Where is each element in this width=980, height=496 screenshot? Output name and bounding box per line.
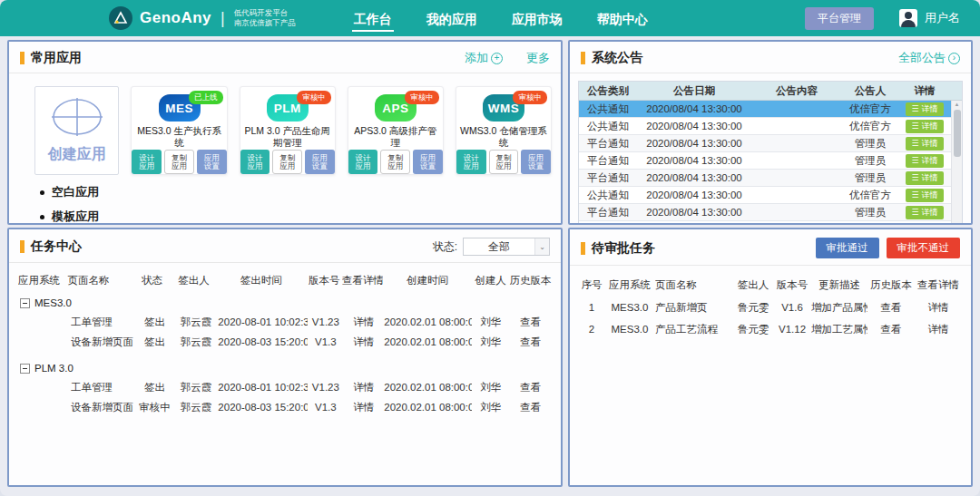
history-link[interactable]: 查看 xyxy=(867,301,915,315)
nav-workbench[interactable]: 工作台 xyxy=(352,4,394,34)
announcements-table-header: 公告类别 公告日期 公告内容 公告人 详情 xyxy=(579,82,962,101)
copy-app-button[interactable]: 复制应用 xyxy=(380,150,410,174)
approvals-table: 序号 应用系统 页面名称 签出人 版本号 更新描述 历史版本 查看详情 1 ME… xyxy=(570,266,971,340)
approval-row[interactable]: 1 MES3.0 产品新增页 鲁元雯 V1.6 增加产品属性 查看 详情 xyxy=(579,297,962,318)
list-icon: ☰ xyxy=(911,174,918,182)
detail-button[interactable]: ☰详情 xyxy=(906,189,943,202)
announcement-row[interactable]: 平台通知 2020/08/04 13:30:00 管理员 ☰详情 xyxy=(579,135,962,152)
status-badge: 审核中 xyxy=(513,91,547,104)
main-nav: 工作台 我的应用 应用市场 帮助中心 xyxy=(352,4,650,34)
page: GenoAny | 低代码开发平台 南京优倍旗下产品 工作台 我的应用 应用市场… xyxy=(0,0,980,496)
approvals-title: 待审批任务 xyxy=(592,240,655,257)
task-row[interactable]: 工单管理 签出 郭云霞 2020-08-01 10:02:30 V1.23 详情… xyxy=(18,312,552,332)
reject-button[interactable]: 审批不通过 xyxy=(887,238,961,258)
app-settings-button[interactable]: 应用设置 xyxy=(197,150,227,174)
brand-divider: | xyxy=(220,9,225,28)
design-app-button[interactable]: 设计应用 xyxy=(456,150,486,174)
detail-link[interactable]: 详情 xyxy=(343,316,384,329)
detail-link[interactable]: 详情 xyxy=(343,401,384,414)
collapse-icon[interactable] xyxy=(20,298,30,308)
status-badge: 审核中 xyxy=(297,91,331,104)
copy-app-button[interactable]: 复制应用 xyxy=(489,150,519,174)
detail-button[interactable]: ☰详情 xyxy=(906,154,943,168)
announcement-row[interactable]: 公共通知 2020/08/04 13:30:00 优倍官方 ☰详情 xyxy=(579,187,962,204)
nav-help-center[interactable]: 帮助中心 xyxy=(595,4,650,34)
detail-link[interactable]: 详情 xyxy=(343,336,384,349)
scroll-up-icon[interactable]: ▲ xyxy=(952,102,962,107)
copy-app-button[interactable]: 复制应用 xyxy=(272,150,302,174)
task-table: 应用系统 页面名称 状态 签出人 签出时间 版本号 查看详情 创建时间 创建人 … xyxy=(9,263,561,417)
detail-button[interactable]: ☰详情 xyxy=(906,206,943,219)
col-content: 公告内容 xyxy=(751,82,842,100)
collapse-icon[interactable] xyxy=(20,364,30,374)
design-app-button[interactable]: 设计应用 xyxy=(240,150,270,174)
announcement-row[interactable]: 平台通知 2020/08/04 13:30:00 管理员 ☰详情 xyxy=(579,221,962,223)
col-detail: 详情 xyxy=(898,82,951,100)
app-card-mes[interactable]: 已上线 MES MES3.0 生产执行系统 设计应用 复制应用 应用设置 xyxy=(131,86,227,175)
main-grid: 常用应用 添加 + 更多 xyxy=(0,36,980,487)
col-date: 公告日期 xyxy=(637,82,751,100)
create-options: 空白应用 模板应用 xyxy=(9,175,561,223)
detail-button[interactable]: ☰详情 xyxy=(906,137,943,151)
detail-link[interactable]: 详情 xyxy=(915,323,962,336)
app-settings-button[interactable]: 应用设置 xyxy=(413,150,443,174)
app-card-plm[interactable]: 审核中 PLM PLM 3.0 产品生命周期管理 设计应用 复制应用 应用设置 xyxy=(240,86,336,175)
scrollbar-thumb[interactable] xyxy=(954,110,961,157)
scrollbar[interactable]: ▲ xyxy=(951,101,962,223)
nav-app-market[interactable]: 应用市场 xyxy=(510,4,564,34)
template-app-option[interactable]: 模板应用 xyxy=(40,209,561,223)
copy-app-button[interactable]: 复制应用 xyxy=(164,150,194,174)
app-settings-button[interactable]: 应用设置 xyxy=(521,150,551,174)
design-app-button[interactable]: 设计应用 xyxy=(132,150,162,174)
add-app-link[interactable]: 添加 + xyxy=(465,50,503,66)
detail-link[interactable]: 详情 xyxy=(343,381,384,394)
detail-button[interactable]: ☰详情 xyxy=(906,102,943,116)
announcement-row[interactable]: 公共通知 2020/08/04 13:30:00 优倍官方 ☰详情 xyxy=(579,101,962,118)
list-icon: ☰ xyxy=(911,140,918,148)
detail-button[interactable]: ☰详情 xyxy=(906,223,943,224)
arrow-circle-icon: › xyxy=(948,53,960,64)
user-menu[interactable]: 用户名 xyxy=(899,9,960,27)
status-filter-label: 状态: xyxy=(433,239,457,255)
detail-link[interactable]: 详情 xyxy=(915,301,962,315)
all-announcements-link[interactable]: 全部公告 › xyxy=(898,50,960,66)
design-app-button[interactable]: 设计应用 xyxy=(348,150,378,174)
approve-button[interactable]: 审批通过 xyxy=(816,238,879,258)
col-type: 公告类别 xyxy=(579,82,637,100)
brand-logo-icon xyxy=(109,6,132,30)
announcement-row[interactable]: 平台通知 2020/08/04 13:30:00 管理员 ☰详情 xyxy=(579,152,962,170)
create-app-card[interactable]: 创建应用 xyxy=(34,86,119,175)
tagline-line2: 南京优倍旗下产品 xyxy=(234,18,296,28)
top-header: GenoAny | 低代码开发平台 南京优倍旗下产品 工作台 我的应用 应用市场… xyxy=(0,0,980,36)
plus-circle-icon: + xyxy=(491,53,503,64)
status-select[interactable]: 全部 ⌄ xyxy=(463,238,550,256)
app-name: APS3.0 高级排产管理 xyxy=(348,125,443,149)
detail-button[interactable]: ☰详情 xyxy=(906,171,943,185)
history-link[interactable]: 查看 xyxy=(509,401,552,414)
detail-button[interactable]: ☰详情 xyxy=(906,120,943,133)
task-row[interactable]: 工单管理 签出 郭云霞 2020-08-01 10:02:30 V1.23 详情… xyxy=(18,377,552,397)
blank-app-option[interactable]: 空白应用 xyxy=(40,184,561,200)
history-link[interactable]: 查看 xyxy=(509,336,552,349)
task-row[interactable]: 设备新增页面 审核中 郭云霞 2020-08-03 15:20:00 V1.3 … xyxy=(18,397,552,417)
nav-my-apps[interactable]: 我的应用 xyxy=(425,4,479,34)
announcement-row[interactable]: 公共通知 2020/08/04 13:30:00 优倍官方 ☰详情 xyxy=(579,118,962,135)
create-app-label: 创建应用 xyxy=(48,145,106,164)
app-card-wms[interactable]: 审核中 WMS WMS3.0 仓储管理系统 设计应用 复制应用 应用设置 xyxy=(456,86,552,175)
common-apps-header: 常用应用 添加 + 更多 xyxy=(9,42,561,73)
task-row[interactable]: 设备新增页面 签出 郭云霞 2020-08-03 15:20:00 V1.3 详… xyxy=(18,332,552,352)
app-name: MES3.0 生产执行系统 xyxy=(132,125,226,149)
task-group-plm: PLM 3.0 xyxy=(18,359,552,377)
history-link[interactable]: 查看 xyxy=(509,316,552,329)
announcement-row[interactable]: 平台通知 2020/08/04 13:30:00 管理员 ☰详情 xyxy=(579,204,962,221)
announcement-row[interactable]: 平台通知 2020/08/04 13:30:00 管理员 ☰详情 xyxy=(579,170,962,187)
history-link[interactable]: 查看 xyxy=(867,323,915,336)
approval-row[interactable]: 2 MES3.0 产品工艺流程 鲁元雯 V1.12 增加工艺属性...... 查… xyxy=(579,318,962,340)
announcements-header: 系统公告 全部公告 › xyxy=(570,42,971,73)
history-link[interactable]: 查看 xyxy=(509,381,552,394)
app-card-aps[interactable]: 审核中 APS APS3.0 高级排产管理 设计应用 复制应用 应用设置 xyxy=(348,86,444,175)
app-settings-button[interactable]: 应用设置 xyxy=(305,150,335,174)
list-icon: ☰ xyxy=(911,157,918,165)
platform-admin-button[interactable]: 平台管理 xyxy=(805,7,874,30)
more-apps-link[interactable]: 更多 xyxy=(526,50,550,66)
